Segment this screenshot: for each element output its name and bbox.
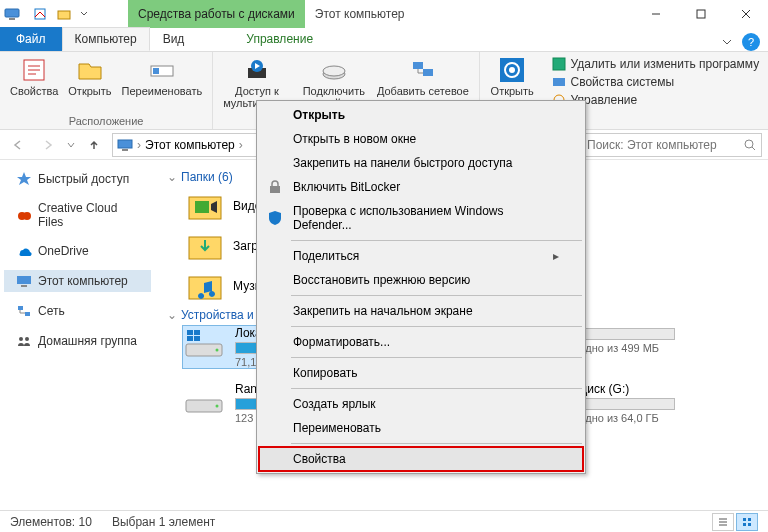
search-icon — [743, 138, 757, 152]
drive-icon — [320, 56, 348, 84]
search-input[interactable] — [587, 138, 743, 152]
forward-button[interactable] — [36, 133, 60, 157]
ribbon-properties[interactable]: Свойства — [6, 54, 62, 99]
drive-icon — [183, 382, 225, 416]
view-details-button[interactable] — [712, 513, 734, 531]
close-button[interactable] — [723, 0, 768, 28]
ribbon-open-label: Открыть — [68, 85, 111, 97]
view-tiles-button[interactable] — [736, 513, 758, 531]
svg-rect-50 — [743, 518, 746, 521]
svg-point-26 — [23, 212, 31, 220]
svg-rect-18 — [553, 58, 565, 70]
nav-network-label: Сеть — [38, 304, 65, 318]
svg-line-24 — [752, 147, 755, 150]
computer-tab[interactable]: Компьютер — [62, 27, 150, 51]
minimize-button[interactable] — [633, 0, 678, 28]
ribbon-open[interactable]: Открыть — [64, 54, 115, 99]
svg-rect-0 — [5, 9, 19, 17]
svg-rect-1 — [9, 18, 15, 20]
cm-rename[interactable]: Переименовать — [259, 416, 583, 440]
ribbon-uninstall-label: Удалить или изменить программу — [571, 57, 760, 71]
ribbon-sysprops[interactable]: Свойства системы — [551, 74, 760, 90]
cm-shortcut[interactable]: Создать ярлык — [259, 392, 583, 416]
nav-thispc-label: Этот компьютер — [38, 274, 128, 288]
svg-rect-51 — [748, 518, 751, 521]
svg-rect-22 — [122, 149, 128, 151]
settings-icon — [498, 56, 526, 84]
ribbon-rename[interactable]: Переименовать — [118, 54, 207, 99]
svg-rect-42 — [194, 336, 200, 341]
nav-this-pc[interactable]: Этот компьютер — [4, 270, 151, 292]
drive-tools-tab[interactable]: Средства работы с дисками — [128, 0, 305, 28]
bitlocker-icon — [267, 179, 283, 195]
cm-pin-start[interactable]: Закрепить на начальном экране — [259, 299, 583, 323]
ribbon-sysprops-label: Свойства системы — [571, 75, 675, 89]
ribbon-properties-label: Свойства — [10, 85, 58, 97]
history-dropdown[interactable] — [66, 140, 76, 150]
svg-point-23 — [745, 140, 753, 148]
computer-icon — [4, 6, 20, 22]
properties-icon — [20, 56, 48, 84]
nav-quick-access[interactable]: Быстрый доступ — [4, 168, 151, 190]
svg-rect-3 — [58, 11, 70, 19]
cm-restore[interactable]: Восстановить прежнюю версию — [259, 268, 583, 292]
computer-icon — [117, 137, 133, 153]
svg-rect-29 — [18, 306, 23, 310]
ribbon-rename-label: Переименовать — [122, 85, 203, 97]
nav-creative-cloud[interactable]: Creative Cloud Files — [4, 198, 151, 232]
svg-point-38 — [216, 349, 219, 352]
svg-rect-5 — [697, 10, 705, 18]
cm-copy[interactable]: Копировать — [259, 361, 583, 385]
svg-point-31 — [19, 337, 23, 341]
drive-icon — [183, 326, 225, 360]
qat-properties[interactable] — [30, 4, 50, 24]
defender-icon — [267, 210, 283, 226]
qat-dropdown[interactable] — [80, 10, 88, 18]
svg-rect-53 — [748, 523, 751, 526]
nav-homegroup[interactable]: Домашняя группа — [4, 330, 151, 352]
cm-bitlocker[interactable]: Включить BitLocker — [259, 175, 583, 199]
nav-onedrive[interactable]: OneDrive — [4, 240, 151, 262]
svg-rect-39 — [187, 330, 193, 335]
svg-rect-28 — [21, 285, 27, 287]
svg-rect-19 — [553, 78, 565, 86]
cm-defender[interactable]: Проверка с использованием Windows Defend… — [259, 199, 583, 237]
cm-bitlocker-label: Включить BitLocker — [293, 180, 400, 194]
network-icon — [409, 56, 437, 84]
view-tab[interactable]: Вид — [150, 27, 198, 51]
svg-rect-14 — [423, 69, 433, 76]
file-tab[interactable]: Файл — [0, 27, 62, 51]
cm-format[interactable]: Форматировать... — [259, 330, 583, 354]
svg-point-46 — [216, 405, 219, 408]
help-button[interactable]: ? — [742, 33, 760, 51]
svg-rect-13 — [413, 62, 423, 69]
qat-new-folder[interactable] — [54, 4, 74, 24]
cm-defender-label: Проверка с использованием Windows Defend… — [293, 204, 559, 232]
cm-open[interactable]: Открыть — [259, 103, 583, 127]
cm-open-new[interactable]: Открыть в новом окне — [259, 127, 583, 151]
search-box[interactable] — [582, 133, 762, 157]
up-button[interactable] — [82, 133, 106, 157]
status-selected: Выбран 1 элемент — [112, 515, 215, 529]
nav-onedrive-label: OneDrive — [38, 244, 89, 258]
ribbon-uninstall[interactable]: Удалить или изменить программу — [551, 56, 760, 72]
titlebar: Средства работы с дисками Этот компьютер — [0, 0, 768, 28]
videos-icon — [187, 191, 223, 221]
manage-tab[interactable]: Управление — [233, 27, 326, 51]
ribbon-group-location: Расположение — [69, 115, 144, 127]
cm-pin-quick[interactable]: Закрепить на панели быстрого доступа — [259, 151, 583, 175]
ribbon-expand-icon[interactable] — [720, 35, 734, 49]
maximize-button[interactable] — [678, 0, 723, 28]
media-icon — [243, 56, 271, 84]
back-button[interactable] — [6, 133, 30, 157]
chevron-right-icon: ▸ — [553, 249, 559, 263]
open-icon — [76, 56, 104, 84]
status-count: Элементов: 10 — [10, 515, 92, 529]
nav-network[interactable]: Сеть — [4, 300, 151, 322]
cm-share-label: Поделиться — [293, 249, 359, 263]
svg-rect-49 — [270, 186, 280, 193]
nav-ccf-label: Creative Cloud Files — [38, 201, 145, 229]
cm-share[interactable]: Поделиться▸ — [259, 244, 583, 268]
cm-properties[interactable]: Свойства — [259, 447, 583, 471]
svg-point-17 — [509, 67, 515, 73]
